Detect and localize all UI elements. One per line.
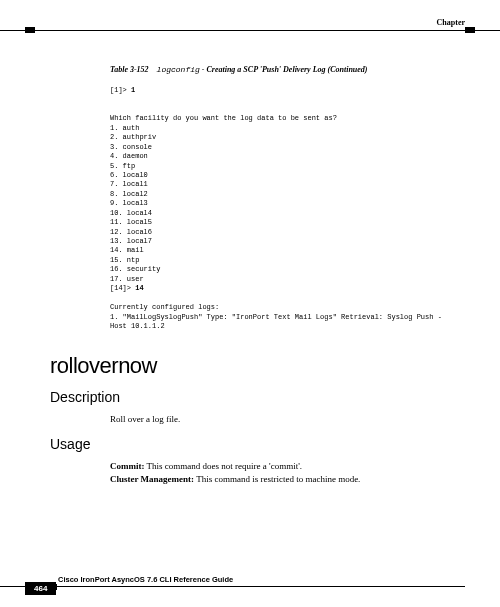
- code-input: 14: [135, 284, 143, 292]
- code-line: 1. auth: [110, 124, 139, 132]
- code-line: 7. local1: [110, 180, 148, 188]
- code-line: 11. local5: [110, 218, 152, 226]
- code-line: 10. local4: [110, 209, 152, 217]
- code-line: 3. console: [110, 143, 152, 151]
- code-line: 8. local2: [110, 190, 148, 198]
- table-caption: Table 3-152 logconfig - Creating a SCP '…: [110, 65, 465, 74]
- description-body: Roll over a log file.: [110, 413, 465, 426]
- code-line: 15. ntp: [110, 256, 139, 264]
- header-rule: [0, 30, 500, 31]
- code-line: 9. local3: [110, 199, 148, 207]
- page-number: 464: [25, 582, 56, 595]
- commit-label: Commit:: [110, 461, 145, 471]
- table-rest: - Creating a SCP 'Push' Delivery Log (Co…: [200, 65, 368, 74]
- code-line: Currently configured logs:: [110, 303, 219, 311]
- code-line: 4. daemon: [110, 152, 148, 160]
- code-line: 16. security: [110, 265, 160, 273]
- code-line: 5. ftp: [110, 162, 135, 170]
- cluster-text: This command is restricted to machine mo…: [194, 474, 360, 484]
- code-input: 1: [131, 86, 135, 94]
- code-line: 12. local6: [110, 228, 152, 236]
- commit-text: This command does not require a 'commit'…: [145, 461, 303, 471]
- code-line: 13. local7: [110, 237, 152, 245]
- cluster-label: Cluster Management:: [110, 474, 194, 484]
- code-block: [1]> 1 Which facility do you want the lo…: [110, 86, 465, 331]
- description-heading: Description: [50, 389, 465, 405]
- table-cmd: logconfig: [157, 65, 200, 74]
- usage-heading: Usage: [50, 436, 465, 452]
- footer: Cisco IronPort AsyncOS 7.6 CLI Reference…: [0, 575, 500, 587]
- code-line: 17. user: [110, 275, 144, 283]
- table-label: Table 3-152: [110, 65, 149, 74]
- code-line: Host 10.1.1.2: [110, 322, 165, 330]
- code-line: 14. mail: [110, 246, 144, 254]
- code-line: 1. "MailLogSyslogPush" Type: "IronPort T…: [110, 313, 442, 321]
- code-line: 6. local0: [110, 171, 148, 179]
- command-name-heading: rollovernow: [50, 353, 465, 379]
- header-marker-left: [25, 27, 35, 33]
- code-line: [1]>: [110, 86, 131, 94]
- header-marker-right: [465, 27, 475, 33]
- header-chapter: Chapter: [437, 18, 465, 27]
- footer-rule: [0, 586, 465, 587]
- code-line: 2. authpriv: [110, 133, 156, 141]
- usage-body: Commit: This command does not require a …: [110, 460, 465, 485]
- code-line: Which facility do you want the log data …: [110, 114, 337, 122]
- page: Chapter Table 3-152 logconfig - Creating…: [0, 0, 500, 607]
- footer-doc-title: Cisco IronPort AsyncOS 7.6 CLI Reference…: [58, 575, 500, 584]
- code-line: [14]>: [110, 284, 135, 292]
